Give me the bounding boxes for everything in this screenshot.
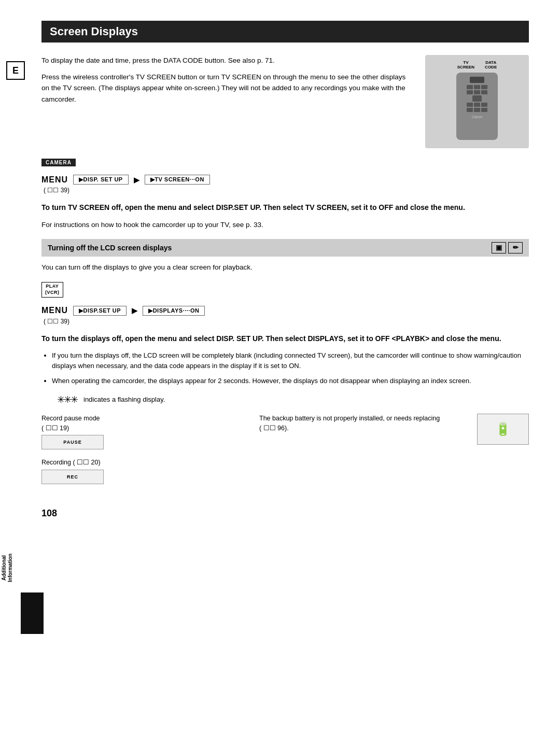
video-mode-icon: ✏ [508, 242, 523, 253]
remote-btn-row3 [467, 103, 487, 107]
remote-btn-10 [467, 108, 473, 112]
camera-badge-text: CAMERA [41, 159, 76, 166]
bullet-item-2: When operating the camcorder, the displa… [52, 376, 529, 387]
additional-info-text: AdditionalInformation [1, 554, 13, 582]
section-icons: ▣ ✏ [492, 242, 523, 253]
menu1-note: ( ☐☐ 39) [44, 187, 529, 194]
play-vcr-line1: PLAY [46, 284, 59, 290]
remote-btn-8 [474, 103, 480, 107]
remote-btn-2 [474, 85, 480, 89]
menu2-item1-text: ▶DISP.SET UP [73, 306, 127, 316]
display-item-rec: Recording ( ☐☐ 20) REC [41, 458, 244, 484]
intro-para1: To display the date and time, press the … [41, 55, 415, 66]
intro-text-block: To display the date and time, press the … [41, 55, 415, 148]
remote-label2-line1: DATA [485, 60, 496, 65]
display-rec-label-text: Recording ( ☐☐ 20) [41, 459, 101, 466]
menu2-arrow: ▶ [132, 306, 137, 315]
e-letter: E [12, 65, 19, 76]
instruction-para: For instructions on how to hook the camc… [41, 219, 529, 231]
display-col-left: Record pause mode( ☐☐ 19) PAUSE Recordin… [41, 414, 244, 492]
remote-btn-5 [474, 90, 480, 94]
lcd-section-header: Turning off the LCD screen displays ▣ ✏ [41, 239, 529, 257]
display-rec-label: Recording ( ☐☐ 20) [41, 458, 244, 468]
pause-box-text: PAUSE [63, 440, 81, 445]
remote-control-image: TV SCREEN DATA CODE [425, 55, 529, 148]
flash-note-text: indicates a flashing display. [83, 396, 165, 403]
lcd-section-title: Turning off the LCD screen displays [48, 244, 172, 252]
intro-section: To display the date and time, press the … [41, 55, 529, 148]
display-pause-label-text: Record pause mode( ☐☐ 19) [41, 415, 100, 432]
menu2-section: MENU ▶DISP.SET UP ▶ ▶DISPLAYS····ON [41, 306, 529, 316]
menu1-item1: ▶DISP. SET UP [73, 175, 129, 185]
page-number: 108 [41, 508, 529, 519]
page-title: Screen Displays [41, 21, 529, 43]
remote-label1-line2: SCREEN [457, 65, 474, 69]
remote-btn-4 [467, 90, 473, 94]
display-pause-label: Record pause mode( ☐☐ 19) [41, 414, 244, 433]
remote-btn-9 [481, 103, 487, 107]
remote-btn-1 [467, 85, 473, 89]
bullet-list: If you turn the displays off, the LCD sc… [52, 350, 529, 387]
menu1-item1-text: ▶DISP. SET UP [73, 175, 129, 185]
remote-brand: Canon [472, 115, 483, 119]
e-letter-box: E [6, 61, 25, 80]
battery-icon-box: 🔋 [477, 414, 529, 445]
remote-label1-line1: TV [463, 60, 468, 65]
menu1-item2: ▶TV SCREEN···ON [145, 175, 210, 185]
menu2-item2-text: ▶DISPLAYS····ON [143, 306, 205, 316]
pause-display-box: PAUSE [41, 435, 104, 449]
bullet-item-1: If you turn the displays off, the LCD sc… [52, 350, 529, 372]
menu1-section: MENU ▶DISP. SET UP ▶ ▶TV SCREEN···ON [41, 175, 529, 185]
flash-indicator-row: ✳✳✳ indicates a flashing display. [57, 394, 529, 405]
lcd-intro-text: You can turn off the displays to give yo… [41, 262, 529, 273]
display-battery-label: The backup battery is not properly insta… [259, 414, 461, 433]
menu1-item2-text: ▶TV SCREEN···ON [145, 175, 210, 185]
bold-instruction2: To turn the displays off, open the menu … [41, 333, 529, 344]
remote-btn-row2 [467, 90, 487, 94]
display-item-pause: Record pause mode( ☐☐ 19) PAUSE [41, 414, 244, 450]
menu1-arrow: ▶ [134, 176, 139, 184]
menu2-note: ( ☐☐ 39) [44, 318, 529, 325]
camera-badge: CAMERA [41, 158, 529, 171]
menu2-item2: ▶DISPLAYS····ON [143, 306, 205, 316]
bold-instruction1: To turn TV SCREEN off, open the menu and… [41, 202, 529, 213]
additional-info-label: AdditionalInformation [1, 554, 21, 582]
remote-body: Canon [456, 73, 498, 140]
battery-warning-icon: 🔋 [495, 422, 511, 436]
menu2-item1: ▶DISP.SET UP [73, 306, 127, 316]
play-vcr-line2: (VCR) [45, 290, 60, 296]
camera-mode-icon: ▣ [492, 242, 506, 253]
page-title-text: Screen Displays [50, 25, 138, 38]
remote-btn-11 [474, 108, 480, 112]
remote-btn-6 [481, 90, 487, 94]
display-items-row: Record pause mode( ☐☐ 19) PAUSE Recordin… [41, 414, 529, 492]
menu2-label: MENU [41, 306, 68, 315]
remote-btn-sq1 [472, 95, 482, 102]
rec-display-box: REC [41, 470, 104, 484]
play-vcr-badge-wrapper: PLAY (VCR) [41, 281, 529, 301]
remote-label2-line2: CODE [485, 65, 497, 69]
remote-btn-row4 [467, 108, 487, 112]
intro-para2: Press the wireless controller's TV SCREE… [41, 72, 415, 105]
flash-stars-icon: ✳✳✳ [57, 394, 77, 405]
battery-icon-box-wrapper: 🔋 [477, 414, 529, 445]
remote-btn-row1 [467, 85, 487, 89]
rec-box-text: REC [67, 474, 78, 479]
remote-btn-12 [481, 108, 487, 112]
black-decorative-box [21, 592, 44, 634]
remote-btn-7 [467, 103, 473, 107]
display-item-battery: The backup battery is not properly insta… [259, 414, 461, 433]
display-battery-label-text: The backup battery is not properly insta… [259, 415, 440, 432]
display-col-right: The backup battery is not properly insta… [259, 414, 461, 442]
menu1-label: MENU [41, 175, 68, 185]
remote-labels: TV SCREEN DATA CODE [430, 60, 524, 69]
remote-btn-3 [481, 85, 487, 89]
play-vcr-badge: PLAY (VCR) [41, 282, 63, 297]
remote-btn-top [470, 77, 484, 83]
